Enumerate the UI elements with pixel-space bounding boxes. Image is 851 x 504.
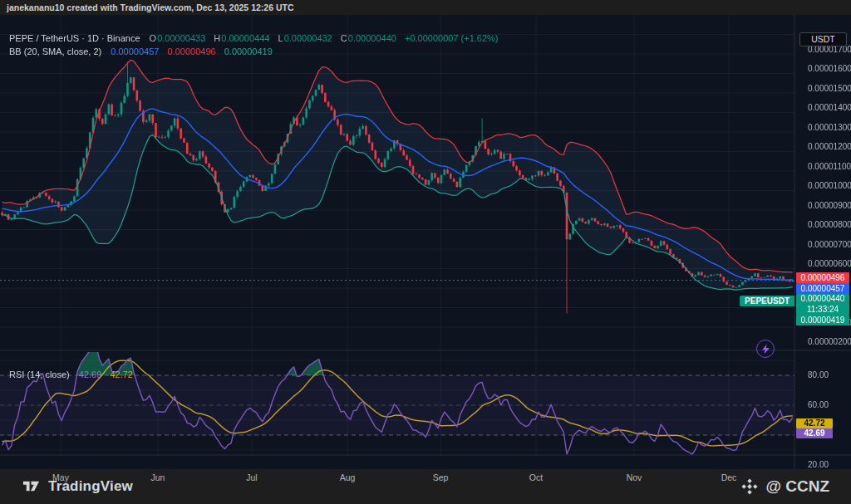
diamond-logo-icon [740,477,759,496]
price-tick-label: 0.00000800 [808,220,851,229]
rsi-axis-label: 42.69 [796,428,833,438]
last-price-label: 0.00000440 11:33:24 [796,294,849,315]
lightning-icon [761,344,770,355]
price-tick-label: 0.00001200 [808,142,851,151]
rsi-tick-label: 80.00 [808,370,829,379]
month-label-aug: Aug [340,472,356,482]
price-tick-label: 0.00000200 [808,337,851,346]
month-label-jul: Jul [246,472,257,482]
chart-container: PEPE / TetherUS · 1D · Binance O0.000004… [0,15,851,469]
price-tick-label: 0.00001400 [808,103,851,112]
month-label-nov: Nov [627,472,642,482]
last-price-value: 0.00000440 [796,294,849,305]
price-tick-label: 0.00001000 [808,181,851,190]
price-chart-canvas[interactable] [0,15,851,469]
currency-toggle-button[interactable]: USDT [799,32,847,46]
top-status-bar: janekananu10 created with TradingView.co… [0,0,851,15]
tradingview-brand[interactable]: TradingView [22,477,133,497]
watermark-text: @ CCNZ [765,477,829,496]
bar-countdown: 11:33:24 [796,305,849,316]
price-tick-label: 0.00001500 [808,84,851,93]
bb-basis-price-label: 0.00000457 [796,283,849,294]
rsi-ma-axis-label: 42.72 [796,418,833,428]
price-tick-label: 0.00001100 [808,162,851,171]
symbol-price-tag: PEPEUSDT [740,296,794,306]
month-label-oct: Oct [529,472,543,482]
month-label-jun: Jun [151,472,165,482]
price-tick-label: 0.00001600 [808,64,851,73]
rsi-tick-label: 20.00 [808,460,829,469]
bb-upper-price-label: 0.00000496 [796,272,849,283]
watermark: @ CCNZ [740,477,829,496]
bb-lower-price-label: 0.00000419 [796,315,849,325]
tradingview-logo-icon [22,477,41,497]
month-label-sep: Sep [433,472,449,482]
price-tick-label: 0.00001300 [808,123,851,132]
price-tick-label: 0.00000700 [808,240,851,249]
month-label-may: May [52,472,69,482]
month-label-dec: Dec [721,472,737,482]
price-tick-label: 0.00000900 [808,201,851,210]
attribution-text: janekananu10 created with TradingView.co… [7,2,293,12]
rsi-tick-label: 60.00 [808,400,829,409]
lightning-trade-button[interactable] [756,340,775,358]
price-tick-label: 0.00000600 [808,259,851,268]
